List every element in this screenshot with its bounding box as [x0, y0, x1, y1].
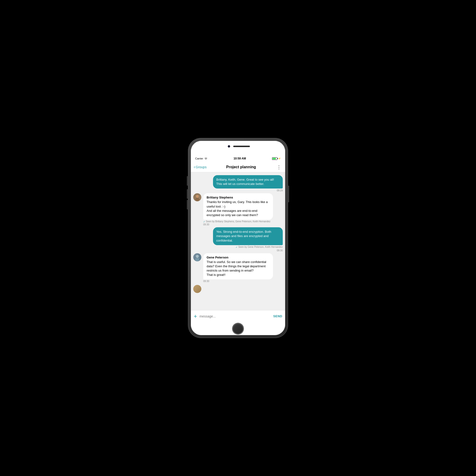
status-time: 10:59 AM — [234, 157, 246, 160]
bubble-outgoing-2: Yes. Strong end-to-end encryption. Both … — [213, 227, 283, 245]
camera-icon — [228, 145, 230, 148]
bubble-incoming-gene: Gene Peterson That is useful. So we can … — [203, 253, 273, 280]
bolt-icon: ⚡ — [278, 157, 281, 160]
seen-by-brittany: Seen by Brittany Stephens, Gene Peterson… — [206, 220, 270, 223]
bubble-outgoing: Brittany, Keith, Gene. Great to see you … — [213, 175, 283, 188]
status-bar: Carrier 10:59 AM ⚡ — [191, 155, 285, 162]
attach-button[interactable]: + — [194, 313, 197, 320]
back-button[interactable]: ‹ Groups — [194, 165, 206, 169]
message-outgoing-2: Yes. Strong end-to-end encryption. Both … — [193, 227, 283, 252]
message-text-gene: That is useful. So we can share confiden… — [206, 260, 270, 277]
message-incoming-1: Brittany Stephens Thanks for inviting us… — [193, 193, 283, 226]
message-time-gene: 09:30 — [203, 280, 283, 283]
nav-title: Project planning — [226, 165, 256, 169]
message-incoming-2: Gene Peterson That is useful. So we can … — [193, 253, 283, 283]
input-bar: + SEND — [191, 310, 285, 322]
back-label: Groups — [196, 165, 206, 169]
message-meta-gene: 09:30 — [193, 280, 283, 283]
phone-bottom — [191, 322, 285, 335]
home-button[interactable] — [233, 323, 243, 334]
chat-area[interactable]: Brittany, Keith, Gene. Great to see you … — [191, 172, 285, 310]
seen-by-outgoing-2: Seen by Gene Peterson, Keith Hernandez — [238, 246, 283, 248]
sender-name-gene: Gene Peterson — [206, 255, 270, 259]
message-outgoing-1: Brittany, Keith, Gene. Great to see you … — [193, 175, 283, 192]
chevron-left-icon: ‹ — [194, 165, 195, 169]
nav-bar: ‹ Groups Project planning ⋮ — [191, 162, 285, 172]
avatar-brittany — [193, 193, 201, 201]
phone-device: Carrier 10:59 AM ⚡ ‹ Groups Proje — [188, 138, 288, 338]
seen-checkmark-icon: ✓ — [203, 221, 205, 223]
sender-name-brittany: Brittany Stephens — [206, 196, 270, 199]
send-button[interactable]: SEND — [273, 314, 282, 318]
speaker-icon — [233, 146, 250, 147]
message-time: 09:29 — [277, 189, 283, 192]
phone-screen: Carrier 10:59 AM ⚡ ‹ Groups Proje — [191, 141, 285, 335]
status-right: ⚡ — [272, 157, 281, 160]
message-meta-brittany: ✓ Seen by Brittany Stephens, Gene Peters… — [193, 220, 283, 226]
battery-icon — [272, 157, 277, 160]
seen-row-outgoing-2: ✓ Seen by Gene Peterson, Keith Hernandez — [236, 246, 283, 249]
carrier-label: Carrier — [195, 157, 203, 160]
svg-point-1 — [195, 198, 200, 201]
avatar-next — [193, 285, 201, 293]
battery-fill — [272, 158, 276, 159]
phone-notch — [191, 141, 285, 155]
wifi-icon — [204, 157, 207, 160]
message-time-brittany: 09:30 — [203, 223, 283, 226]
message-input[interactable] — [200, 314, 271, 318]
bubble-incoming-brittany: Brittany Stephens Thanks for inviting us… — [203, 193, 273, 220]
seen-checkmark-icon-2: ✓ — [236, 246, 238, 249]
message-text-brittany: Thanks for inviting us, Gary. This looks… — [206, 200, 270, 217]
message-time-outgoing-2: 09:30 — [277, 249, 283, 252]
carrier-info: Carrier — [195, 157, 207, 160]
svg-point-5 — [196, 255, 199, 258]
svg-point-2 — [196, 195, 199, 198]
next-message-preview — [193, 285, 283, 293]
message-text-2: Yes. Strong end-to-end encryption. Both … — [216, 230, 271, 242]
svg-point-4 — [195, 258, 200, 261]
more-options-button[interactable]: ⋮ — [276, 163, 282, 171]
avatar-gene — [193, 253, 201, 261]
message-text: Brittany, Keith, Gene. Great to see you … — [216, 178, 274, 186]
